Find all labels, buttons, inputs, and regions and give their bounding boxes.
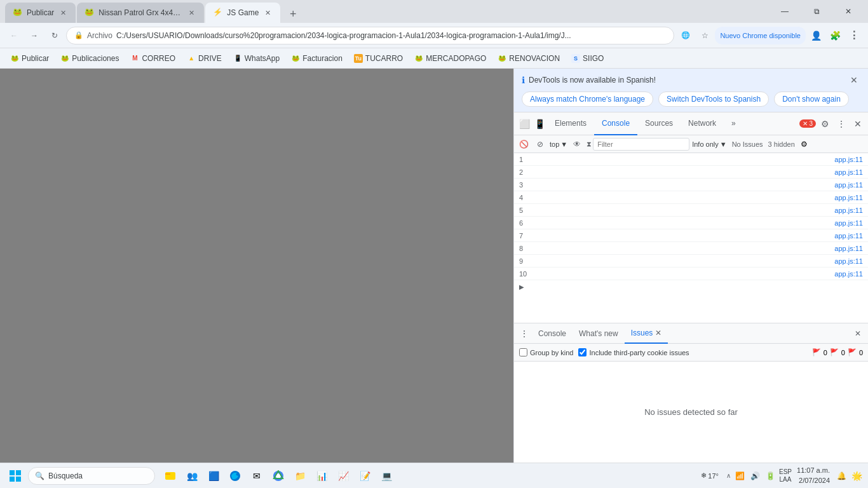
tray-wifi-icon[interactable]: 📶 <box>733 470 746 482</box>
group-by-kind-checkbox[interactable] <box>519 348 527 356</box>
include-cookies-label[interactable]: Include third-party cookie issues <box>578 348 689 356</box>
taskbar-teams-icon[interactable]: 👥 <box>182 466 202 486</box>
switch-spanish-button[interactable]: Switch DevTools to Spanish <box>658 92 769 107</box>
bookmark-publicaciones[interactable]: 🐸 Publicaciones <box>55 51 124 66</box>
close-button[interactable]: ✕ <box>834 1 863 22</box>
bookmark-tucarro[interactable]: Tu TUCARRO <box>349 51 408 66</box>
bottom-menu-icon[interactable]: ⋮ <box>517 326 532 341</box>
bookmark-publicar[interactable]: 🐸 Publicar <box>5 51 54 66</box>
windows-spotlight-icon[interactable]: 🌟 <box>850 470 863 482</box>
log-link[interactable]: app.js:11 <box>834 245 863 252</box>
taskbar-edge-icon[interactable] <box>225 466 245 486</box>
forward-button[interactable]: → <box>25 27 43 44</box>
info-only-selector[interactable]: Info only ▼ <box>692 140 726 148</box>
reload-button[interactable]: ↻ <box>46 27 64 44</box>
taskbar-notepad-icon[interactable]: 📝 <box>355 466 375 486</box>
devtools-close-icon[interactable]: ✕ <box>850 116 865 132</box>
taskbar-mail-icon[interactable]: ✉ <box>247 466 267 486</box>
taskbar-explorer-icon[interactable] <box>160 466 180 486</box>
log-link[interactable]: app.js:11 <box>834 156 863 163</box>
log-link[interactable]: app.js:11 <box>834 257 863 265</box>
tab-close-2[interactable]: ✕ <box>186 8 196 18</box>
extensions-button[interactable]: 🧩 <box>826 27 844 44</box>
tray-expand-button[interactable]: ∧ <box>726 472 731 479</box>
tab-elements[interactable]: Elements <box>547 112 594 135</box>
system-clock[interactable]: 11:07 a.m. 2/07/2024 <box>794 466 832 485</box>
log-link[interactable]: app.js:11 <box>834 194 863 201</box>
always-match-button[interactable]: Always match Chrome's language <box>522 92 653 107</box>
bookmark-mercadopago[interactable]: 🐸 MERCADOPAGO <box>409 51 491 66</box>
eye-icon[interactable]: 👁 <box>570 137 584 151</box>
log-link[interactable]: app.js:11 <box>834 181 863 189</box>
menu-button[interactable]: ⋮ <box>845 27 863 44</box>
bookmark-icon-8: 🐸 <box>414 54 423 63</box>
tab-console[interactable]: Console <box>594 112 637 135</box>
bookmark-siigo[interactable]: S SIIGO <box>566 51 609 66</box>
bookmark-renovacion[interactable]: 🐸 RENOVACION <box>492 51 565 66</box>
tray-volume-icon[interactable]: 🔊 <box>749 470 761 482</box>
bottom-tab-issues[interactable]: Issues ✕ <box>625 323 668 344</box>
tab-sources[interactable]: Sources <box>637 112 681 135</box>
bookmark-whatsapp[interactable]: 📱 WhatsApp <box>228 51 285 66</box>
taskbar-store-icon[interactable]: 🟦 <box>203 466 224 486</box>
log-link[interactable]: app.js:11 <box>834 270 863 278</box>
dont-show-button[interactable]: Don't show again <box>774 92 849 107</box>
restore-button[interactable]: ⧉ <box>802 1 831 22</box>
group-by-kind-label[interactable]: Group by kind <box>519 348 573 356</box>
devtools-device-icon[interactable]: 📱 <box>532 116 547 132</box>
back-button[interactable]: ← <box>5 27 23 44</box>
search-box[interactable]: 🔍 Búsqueda <box>28 467 155 485</box>
taskbar-vscode-icon[interactable]: 💻 <box>376 466 397 486</box>
tray-battery-icon[interactable]: 🔋 <box>764 470 776 482</box>
bookmark-correo[interactable]: M CORREO <box>125 51 180 66</box>
minimize-button[interactable]: — <box>770 1 799 22</box>
tab-publicar[interactable]: 🐸 Publicar ✕ <box>5 3 76 23</box>
clear-console-button[interactable]: 🚫 <box>517 137 531 151</box>
bookmark-drive[interactable]: ▲ DRIVE <box>182 51 227 66</box>
translate-button[interactable]: 🌐 <box>677 27 695 44</box>
taskbar-powerpoint-icon[interactable]: 📊 <box>311 466 332 486</box>
devtools-settings-icon[interactable]: ⚙ <box>817 116 832 132</box>
tab-close-1[interactable]: ✕ <box>58 8 68 18</box>
log-link[interactable]: app.js:11 <box>834 207 863 214</box>
devtools-more-icon[interactable]: ⋮ <box>834 116 849 132</box>
filter-input[interactable] <box>593 138 689 151</box>
taskbar-excel-icon[interactable]: 📈 <box>333 466 353 486</box>
notification-bell-icon[interactable]: 🔔 <box>835 470 848 482</box>
tab-close-3[interactable]: ✕ <box>262 8 273 18</box>
console-settings-icon[interactable]: ⚙ <box>797 137 811 151</box>
tab-more[interactable]: » <box>724 112 743 135</box>
tab-nissan[interactable]: 🐸 Nissan Patrol Grx 4x4 3000cc M ✕ <box>77 3 204 23</box>
bottom-tab-console[interactable]: Console <box>532 323 573 344</box>
issues-tab-close[interactable]: ✕ <box>655 329 661 337</box>
star-button[interactable]: ☆ <box>696 27 714 44</box>
new-chrome-button[interactable]: Nuevo Chrome disponible <box>715 27 806 44</box>
start-button[interactable] <box>5 466 25 486</box>
log-row: 4 app.js:11 <box>514 191 868 204</box>
console-log[interactable]: 1 app.js:11 2 app.js:11 3 app.js:11 4 ap… <box>514 153 868 323</box>
log-link[interactable]: app.js:11 <box>834 232 863 240</box>
log-link[interactable]: app.js:11 <box>834 168 863 176</box>
tab-network[interactable]: Network <box>681 112 724 135</box>
log-line-num: 2 <box>519 168 538 176</box>
bottom-panel-close[interactable]: ✕ <box>850 326 865 341</box>
bookmark-label-7: TUCARRO <box>365 54 403 63</box>
banner-close-button[interactable]: ✕ <box>848 74 860 86</box>
stop-button[interactable]: ⊘ <box>533 137 547 151</box>
weather-widget[interactable]: ❄ 17° <box>701 471 719 480</box>
bookmark-facturacion[interactable]: 🐸 Facturacion <box>286 51 348 66</box>
devtools-inspect-icon[interactable]: ⬜ <box>517 116 532 132</box>
bottom-tab-whatsnew[interactable]: What's new <box>573 323 625 344</box>
context-selector[interactable]: top ▼ <box>550 140 567 148</box>
address-bar[interactable]: 🔒 Archivo C:/Users/USUARIO/Downloads/cur… <box>66 27 674 44</box>
bookmark-icon-6: 🐸 <box>291 54 300 63</box>
language-indicator[interactable]: ESPLAA <box>779 468 792 484</box>
profile-button[interactable]: 👤 <box>807 27 825 44</box>
expand-arrow[interactable]: ▶ <box>519 283 524 290</box>
include-cookies-checkbox[interactable] <box>578 348 587 356</box>
log-link[interactable]: app.js:11 <box>834 219 863 227</box>
taskbar-files-icon[interactable]: 📁 <box>290 466 310 486</box>
new-tab-button[interactable]: + <box>284 5 302 23</box>
taskbar-chrome-icon[interactable] <box>268 466 288 486</box>
tab-jsgame[interactable]: ⚡ JS Game ✕ <box>205 3 280 23</box>
